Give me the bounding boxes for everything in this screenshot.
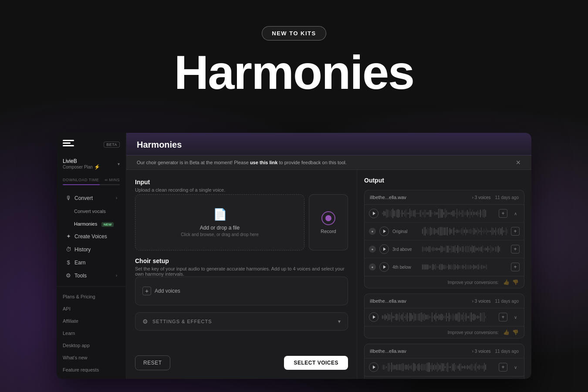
track-icon-original: ● [369, 228, 376, 235]
track-add-button-2[interactable]: + [499, 313, 507, 321]
play-button-main-2[interactable] [369, 312, 378, 322]
sidebar-bottom-api[interactable]: API [59, 302, 123, 314]
feedback-buttons-2: 👍 👎 [503, 329, 519, 335]
new-to-kits-badge: NEW TO KITS [262, 26, 326, 41]
sidebar-item-tools[interactable]: ⚙ Tools › [59, 269, 123, 282]
user-profile[interactable]: LivieB Composer Plan ⚡ ▾ [57, 155, 126, 175]
improve-conversions-text-2: Improve your conversions: [448, 330, 499, 335]
output-group-header-1: illbethe...ella.wav › 3 voices 11 days a… [365, 190, 524, 205]
output-track-4th-below: ● 4th below + [365, 258, 524, 276]
play-button-3rd[interactable] [379, 244, 389, 254]
upload-subtext: Click and browse, or drag and drop here [181, 232, 258, 237]
page-title: Harmonies [137, 140, 521, 150]
output-footer-3: Improve your conversions: 👍 👎 [365, 376, 524, 379]
download-progress-bar [63, 184, 120, 185]
play-button-main-1[interactable] [369, 209, 378, 218]
track-collapse-button-1[interactable]: ∧ [511, 209, 520, 218]
thumbs-up-icon-1[interactable]: 👍 [503, 279, 510, 285]
thumbs-down-icon-2[interactable]: 👎 [512, 329, 519, 335]
two-column-layout: Input Upload a clean recording of a sing… [126, 170, 531, 379]
waveform-3rd [422, 243, 507, 255]
upload-dropzone[interactable]: 📄 Add or drop a file Click and browse, o… [135, 194, 304, 250]
record-dot-icon [325, 215, 331, 221]
plan-icon: ⚡ [94, 164, 100, 170]
play-icon [383, 230, 386, 233]
sidebar-item-earn[interactable]: $ Earn [59, 256, 123, 269]
sidebar-item-create-voices[interactable]: ✦ Create Voices [59, 230, 123, 243]
track-expand-button-2[interactable]: ∨ [511, 313, 520, 321]
output-filename-3: illbethe...ella.wav [370, 348, 406, 354]
input-title: Input [135, 179, 348, 186]
chevron-down-icon: › [116, 273, 117, 278]
chevron-down-icon: › [116, 196, 117, 200]
download-label: DOWNLOAD TIME [63, 178, 99, 182]
sidebar-bottom-desktop[interactable]: Desktop app [59, 339, 123, 351]
left-panel: Input Upload a clean recording of a sing… [126, 170, 357, 379]
output-filename-2: illbethe...ella.wav [370, 298, 406, 304]
waveform-4th [422, 261, 507, 273]
settings-effects-section[interactable]: ⚙ SETTINGS & EFFECTS ▾ [135, 312, 348, 331]
notification-link[interactable]: use this link [250, 160, 278, 165]
sidebar-bottom-affiliate[interactable]: Affiliate [59, 314, 123, 327]
play-icon [373, 212, 375, 215]
waveform-main-1 [382, 207, 495, 220]
voices-badge-2: › 3 voices [472, 299, 491, 304]
record-box[interactable]: Record [309, 194, 348, 250]
improve-conversions-text-1: Improve your conversions: [448, 280, 499, 285]
sidebar-item-convert-vocals[interactable]: Convert vocals [59, 205, 123, 217]
sidebar-bottom-plans[interactable]: Plans & Pricing [59, 290, 123, 302]
add-voices-button[interactable]: + Add voices [142, 283, 341, 299]
add-voices-label: Add voices [155, 288, 180, 294]
track-label-3rd: 3rd above [392, 247, 419, 252]
thumbs-down-icon-1[interactable]: 👎 [512, 279, 519, 285]
new-badge: NEW [101, 222, 114, 227]
track-add-button-3rd[interactable]: + [511, 245, 520, 253]
track-expand-button-3[interactable]: ∨ [511, 363, 520, 372]
app-header: Harmonies [126, 133, 531, 155]
output-title: Output [364, 177, 524, 184]
play-button-original[interactable] [379, 226, 389, 236]
main-content: Harmonies Our choir generator is in Beta… [126, 133, 531, 379]
track-label-4th: 4th below [392, 265, 419, 270]
play-button-4th[interactable] [379, 262, 389, 272]
output-footer-1: Improve your conversions: 👍 👎 [365, 276, 524, 288]
tools-icon: ⚙ [65, 272, 71, 279]
dollar-icon: $ [65, 259, 71, 266]
choir-section: Choir setup Set the key of your input au… [135, 257, 348, 305]
time-ago-1: 11 days ago [495, 195, 519, 200]
track-add-button-3[interactable]: + [499, 363, 507, 372]
output-track-main-1: + ∧ [365, 205, 524, 223]
sidebar-bottom-links: Plans & Pricing API Affiliate Learn Desk… [57, 286, 126, 379]
sidebar-bottom-whats-new[interactable]: What's new [59, 351, 123, 363]
chevron-down-icon: ▾ [118, 162, 120, 166]
track-add-button-1[interactable]: + [499, 209, 507, 218]
sidebar-item-harmonies[interactable]: Harmonies NEW [59, 217, 123, 230]
waveform-main-3 [382, 361, 495, 373]
sidebar-item-vocal-remover[interactable]: Vocal remover [59, 282, 123, 286]
choir-desc: Set the key of your input audio to gener… [135, 266, 348, 277]
sidebar: BETA LivieB Composer Plan ⚡ ▾ DOWNLOAD T… [57, 133, 126, 379]
feedback-buttons-1: 👍 👎 [503, 279, 519, 285]
sidebar-bottom-feature-requests[interactable]: Feature requests [59, 363, 123, 375]
app-window: BETA LivieB Composer Plan ⚡ ▾ DOWNLOAD T… [57, 133, 531, 379]
output-group-header-2: illbethe...ella.wav › 3 voices 11 days a… [365, 294, 524, 308]
microphone-icon: 🎙 [65, 195, 71, 201]
track-add-button-4th[interactable]: + [511, 263, 520, 271]
sidebar-bottom-learn[interactable]: Learn [59, 327, 123, 339]
sidebar-item-history[interactable]: ⏱ History [59, 243, 123, 256]
right-panel: Output illbethe...ella.wav › 3 voices 11… [357, 170, 531, 379]
record-button[interactable] [321, 211, 335, 225]
track-icon-3rd: ● [369, 246, 376, 253]
notification-bar: Our choir generator is in Beta at the mo… [126, 155, 531, 170]
beta-badge: BETA [104, 142, 120, 148]
app-logo [63, 140, 74, 149]
select-voices-button[interactable]: SELECT VOICES [284, 356, 348, 370]
close-notification-button[interactable]: ✕ [516, 159, 521, 166]
track-add-button-original[interactable]: + [511, 227, 520, 236]
download-time-section: DOWNLOAD TIME ∞ MINS [57, 175, 126, 189]
reset-button[interactable]: RESET [135, 355, 170, 370]
thumbs-up-icon-2[interactable]: 👍 [503, 329, 510, 335]
sidebar-item-convert[interactable]: 🎙 Convert › [59, 192, 123, 204]
play-button-main-3[interactable] [369, 362, 378, 372]
add-icon: + [142, 287, 151, 295]
